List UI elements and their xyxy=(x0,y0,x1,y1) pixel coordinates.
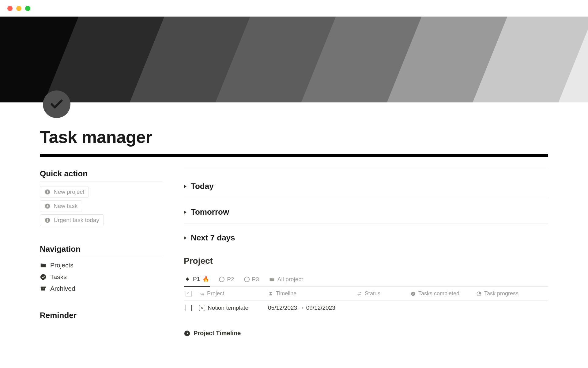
tab-label: P1 xyxy=(193,276,200,282)
window-close-button[interactable] xyxy=(7,6,13,11)
title-divider xyxy=(40,154,548,157)
project-timeline-view[interactable]: Project Timeline xyxy=(184,330,548,337)
fire-icon xyxy=(184,276,190,282)
button-label: Urgent task today xyxy=(54,217,99,224)
tab-p1[interactable]: P1 🔥 xyxy=(184,273,210,287)
svg-rect-6 xyxy=(41,287,46,288)
tab-label: All project xyxy=(277,276,303,283)
divider xyxy=(40,182,162,182)
divider xyxy=(184,169,548,169)
check-circle-icon xyxy=(40,274,47,280)
svg-point-9 xyxy=(411,292,415,296)
timeline-label: Project Timeline xyxy=(194,330,241,337)
toggle-label: Tomorrow xyxy=(191,207,229,217)
column-header: Status xyxy=(365,290,380,297)
cover-image xyxy=(0,17,588,102)
toggle-arrow-icon xyxy=(184,236,187,240)
reminder-heading: Reminder xyxy=(40,311,162,320)
nav-item-archived[interactable]: Archived xyxy=(40,285,162,292)
progress-icon xyxy=(476,291,482,297)
svg-text:Aa: Aa xyxy=(200,292,204,296)
archive-icon xyxy=(40,285,47,292)
hourglass-icon xyxy=(268,291,273,297)
nav-label: Archived xyxy=(50,285,75,292)
tab-p2[interactable]: P2 xyxy=(218,274,235,286)
window-titlebar xyxy=(0,0,588,17)
button-label: New task xyxy=(54,203,77,209)
nav-item-projects[interactable]: Projects xyxy=(40,262,162,269)
tab-label: P2 xyxy=(227,276,234,283)
column-header: Timeline xyxy=(276,290,296,297)
svg-point-5 xyxy=(40,274,46,280)
tab-label: P3 xyxy=(252,276,259,283)
toggle-next7days[interactable]: Next 7 days xyxy=(184,231,548,245)
svg-rect-3 xyxy=(47,219,48,221)
check-circle-icon xyxy=(410,291,416,297)
divider xyxy=(40,257,162,257)
checkbox-column-icon xyxy=(186,291,192,297)
button-label: New project xyxy=(54,189,84,195)
toggle-arrow-icon xyxy=(184,185,187,188)
svg-rect-7 xyxy=(43,289,44,289)
navigation-heading: Navigation xyxy=(40,244,162,254)
page-icon-checkmark[interactable] xyxy=(43,90,70,118)
plus-circle-icon xyxy=(44,189,51,195)
toggle-today[interactable]: Today xyxy=(184,179,548,194)
row-checkbox[interactable] xyxy=(186,305,192,311)
text-icon: Aa xyxy=(199,291,205,297)
window-minimize-button[interactable] xyxy=(16,6,21,11)
tab-p3[interactable]: P3 xyxy=(243,274,260,286)
quick-action-heading: Quick action xyxy=(40,169,162,178)
flame-emoji-icon: 🔥 xyxy=(202,276,209,282)
column-header: Project xyxy=(207,290,224,297)
divider xyxy=(184,224,548,224)
clock-icon xyxy=(184,330,190,337)
svg-point-4 xyxy=(47,221,48,222)
alert-circle-icon xyxy=(44,217,51,223)
project-heading: Project xyxy=(184,256,548,266)
page-title[interactable]: Task manager xyxy=(40,127,548,147)
new-task-button[interactable]: New task xyxy=(40,200,82,212)
plus-circle-icon xyxy=(44,203,51,209)
new-project-button[interactable]: New project xyxy=(40,186,89,198)
circle-icon xyxy=(244,277,250,282)
check-icon xyxy=(49,97,64,112)
toggle-tomorrow[interactable]: Tomorrow xyxy=(184,205,548,219)
toggle-label: Today xyxy=(191,182,214,191)
table-row[interactable]: N Notion template 05/12/2023 → 09/12/202… xyxy=(184,301,548,315)
window-maximize-button[interactable] xyxy=(25,6,30,11)
nav-item-tasks[interactable]: Tasks xyxy=(40,273,162,281)
notion-page-icon: N xyxy=(199,305,205,311)
folder-icon xyxy=(40,262,47,269)
circle-icon xyxy=(219,277,224,282)
project-tabs: P1 🔥 P2 P3 All project xyxy=(184,273,548,287)
divider xyxy=(184,198,548,198)
project-name: Notion template xyxy=(208,305,248,311)
arrows-icon xyxy=(357,291,362,297)
nav-label: Tasks xyxy=(50,273,67,281)
toggle-arrow-icon xyxy=(184,210,187,214)
tab-all-project[interactable]: All project xyxy=(268,274,303,286)
column-header: Task progress xyxy=(484,290,518,297)
timeline-value: 05/12/2023 → 09/12/2023 xyxy=(268,305,335,311)
urgent-task-button[interactable]: Urgent task today xyxy=(40,214,104,226)
toggle-label: Next 7 days xyxy=(191,233,235,243)
project-table-header: Aa Project Timeline Status Tasks complet… xyxy=(184,287,548,301)
nav-label: Projects xyxy=(50,262,74,269)
folder-icon xyxy=(269,276,275,282)
column-header: Tasks completed xyxy=(418,290,459,297)
